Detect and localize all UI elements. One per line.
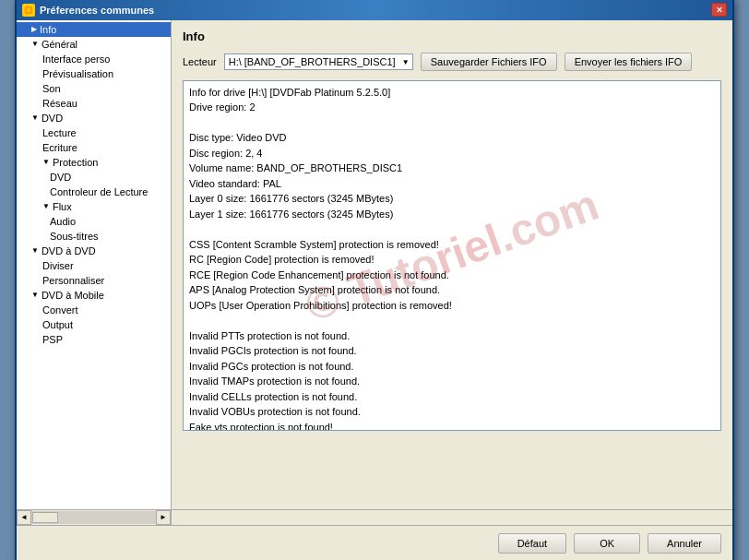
lecteur-label: Lecteur (183, 56, 217, 67)
sidebar-item-label: Interface perso (42, 54, 110, 65)
sidebar-item-label: DVD (42, 113, 63, 124)
triangle-icon: ▼ (31, 113, 39, 122)
scroll-left-arrow[interactable]: ◄ (17, 510, 31, 525)
lecteur-row: Lecteur H:\ [BAND_OF_BROTHERS_DISC1] Sau… (183, 53, 721, 71)
sidebar-item-label: Prévisualisation (42, 68, 113, 79)
title-bar: Préferences communes ✕ (17, 0, 732, 20)
sidebar-item-dvd-sub[interactable]: DVD (17, 170, 171, 185)
sidebar-item-dvd[interactable]: ▼ DVD (17, 111, 171, 125)
close-button[interactable]: ✕ (711, 3, 727, 17)
sidebar-item-label: Réseau (42, 98, 77, 109)
main-window: Préferences communes ✕ ▶ Info ▼ Général (15, 0, 734, 560)
sidebar-item-label: Ecriture (42, 142, 77, 153)
scroll-thumb[interactable] (32, 512, 58, 523)
sidebar-item-controleur[interactable]: Controleur de Lecture (17, 185, 171, 199)
title-bar-buttons: ✕ (711, 3, 727, 17)
svg-rect-1 (27, 8, 30, 12)
triangle-icon: ▶ (31, 25, 37, 33)
sidebar-item-label: Protection (53, 157, 99, 168)
sidebar-item-label: Personnaliser (42, 275, 104, 286)
sidebar-item-lecture[interactable]: Lecture (17, 125, 171, 140)
sidebar-item-dvd-a-dvd[interactable]: ▼ DVD à DVD (17, 244, 171, 258)
sidebar: ▶ Info ▼ Général Interface perso Prévisu… (17, 20, 172, 509)
sidebar-item-label: Lecture (42, 127, 77, 138)
sidebar-scrollbar: ◄ ► (17, 509, 732, 525)
send-ifo-button[interactable]: Envoyer les fichiers IFO (565, 53, 693, 71)
sidebar-item-psp[interactable]: PSP (17, 332, 171, 347)
triangle-icon: ▼ (31, 40, 39, 48)
sidebar-item-diviser[interactable]: Diviser (17, 258, 171, 273)
sidebar-item-label: Général (42, 39, 77, 50)
sidebar-item-dvd-a-mobile[interactable]: ▼ DVD à Mobile (17, 288, 171, 303)
content-area: ▶ Info ▼ Général Interface perso Prévisu… (17, 20, 732, 509)
sidebar-item-label: Son (42, 83, 61, 94)
sidebar-item-label: Flux (53, 201, 72, 212)
sidebar-item-label: DVD à DVD (42, 245, 96, 256)
sidebar-item-label: DVD (50, 172, 71, 183)
info-text: Info for drive [H:\] [DVDFab Platinum 5.… (189, 85, 715, 431)
sidebar-item-info[interactable]: ▶ Info (17, 22, 171, 37)
info-box: © Tutoriel.com Info for drive [H:\] [DVD… (183, 80, 721, 431)
sidebar-item-sous-titres[interactable]: Sous-titres (17, 229, 171, 244)
sidebar-item-personnaliser[interactable]: Personnaliser (17, 273, 171, 288)
scroll-right-arrow[interactable]: ► (156, 510, 171, 525)
window-title: Préferences communes (40, 5, 154, 16)
lecteur-select[interactable]: H:\ [BAND_OF_BROTHERS_DISC1] (224, 54, 413, 70)
triangle-icon: ▼ (42, 202, 50, 210)
sidebar-item-convert[interactable]: Convert (17, 303, 171, 317)
sidebar-item-label: Diviser (42, 260, 74, 271)
lecteur-select-wrapper[interactable]: H:\ [BAND_OF_BROTHERS_DISC1] (224, 54, 413, 70)
sidebar-item-flux[interactable]: ▼ Flux (17, 199, 171, 214)
sidebar-item-preview[interactable]: Prévisualisation (17, 66, 171, 81)
sidebar-item-son[interactable]: Son (17, 81, 171, 96)
sidebar-item-reseau[interactable]: Réseau (17, 96, 171, 111)
sidebar-item-label: DVD à Mobile (42, 290, 104, 301)
default-button[interactable]: Défaut (498, 533, 566, 554)
sidebar-item-interface[interactable]: Interface perso (17, 52, 171, 66)
sidebar-item-label: Info (40, 24, 56, 35)
sidebar-item-general[interactable]: ▼ Général (17, 37, 171, 52)
sidebar-item-label: PSP (42, 334, 63, 345)
sidebar-item-label: Audio (50, 216, 76, 227)
triangle-icon: ▼ (42, 158, 50, 166)
sidebar-item-label: Sous-titres (50, 231, 99, 242)
bottom-bar: Défaut OK Annuler (17, 525, 732, 561)
section-title: Info (183, 30, 721, 43)
ok-button[interactable]: OK (574, 533, 640, 554)
window-icon (22, 4, 35, 17)
title-bar-left: Préferences communes (22, 4, 154, 17)
cancel-button[interactable]: Annuler (648, 533, 721, 554)
sidebar-item-label: Output (42, 319, 73, 330)
sidebar-item-output[interactable]: Output (17, 317, 171, 332)
sidebar-item-audio[interactable]: Audio (17, 214, 171, 229)
sidebar-item-protection[interactable]: ▼ Protection (17, 155, 171, 170)
sidebar-item-label: Controleur de Lecture (50, 186, 148, 197)
triangle-icon: ▼ (31, 246, 39, 255)
sidebar-item-ecriture[interactable]: Ecriture (17, 140, 171, 155)
sidebar-scroll-area: ▶ Info ▼ Général Interface perso Prévisu… (17, 22, 171, 347)
scroll-track[interactable] (31, 511, 156, 524)
save-ifo-button[interactable]: Sauvegarder Fichiers IFO (421, 53, 557, 71)
main-panel: Info Lecteur H:\ [BAND_OF_BROTHERS_DISC1… (172, 20, 732, 509)
sidebar-item-label: Convert (42, 304, 78, 316)
triangle-icon: ▼ (31, 291, 39, 299)
